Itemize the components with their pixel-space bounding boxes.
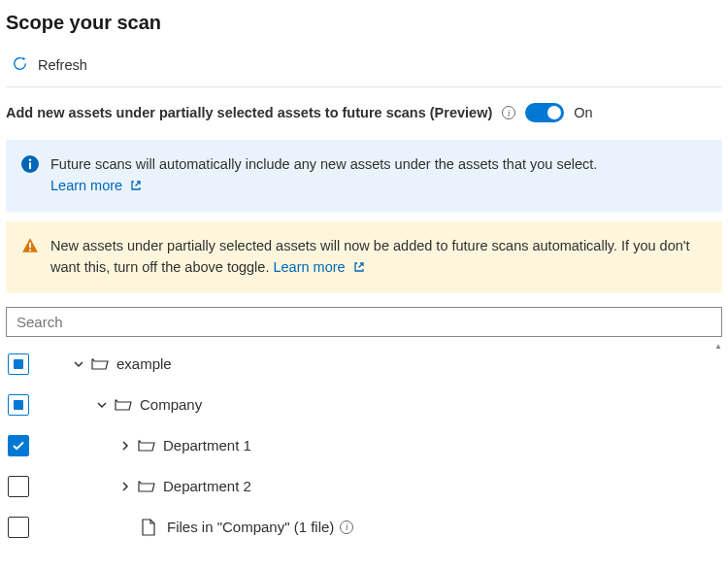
tree-row-department-2[interactable]: Department 2: [6, 466, 722, 507]
folder-icon: [138, 480, 157, 493]
tree-row-department-1[interactable]: Department 1: [6, 425, 722, 466]
page-title: Scope your scan: [6, 12, 722, 34]
info-icon[interactable]: i: [502, 106, 515, 119]
svg-point-2: [29, 158, 31, 160]
external-link-icon: [353, 257, 365, 279]
warning-banner-text: New assets under partially selected asse…: [50, 238, 690, 275]
toggle-label: Add new assets under partially selected …: [6, 105, 492, 120]
refresh-button[interactable]: Refresh: [6, 51, 93, 79]
folder-icon: [115, 398, 134, 412]
external-link-icon: [130, 176, 142, 197]
tree-row-files[interactable]: Files in "Company" (1 file) i: [6, 507, 722, 548]
svg-rect-1: [29, 162, 31, 169]
search-input[interactable]: [6, 307, 722, 337]
tree-label: Department 2: [163, 478, 251, 494]
scrollbar[interactable]: [714, 344, 722, 548]
svg-point-4: [29, 249, 31, 251]
tree-label: Department 1: [163, 437, 251, 453]
checkbox-partial[interactable]: [8, 353, 29, 375]
checkbox-checked[interactable]: [8, 435, 29, 456]
info-learn-more-link[interactable]: Learn more: [50, 178, 142, 193]
warning-learn-more-link[interactable]: Learn more: [273, 259, 364, 275]
toggle-state: On: [574, 105, 592, 120]
checkbox-unchecked[interactable]: [8, 517, 29, 538]
chevron-right-icon[interactable]: [116, 481, 134, 492]
refresh-icon: [12, 55, 28, 75]
asset-tree: example Company: [6, 343, 722, 548]
refresh-label: Refresh: [38, 57, 87, 73]
warning-banner: New assets under partially selected asse…: [6, 221, 722, 293]
folder-icon: [91, 357, 111, 371]
file-icon: [142, 519, 161, 536]
info-circle-icon: [21, 155, 39, 179]
warning-triangle-icon: [21, 237, 39, 260]
info-banner-text: Future scans will automatically include …: [50, 156, 597, 172]
tree-label: Files in "Company" (1 file): [167, 519, 334, 535]
checkbox-partial[interactable]: [8, 394, 29, 416]
info-icon[interactable]: i: [340, 521, 353, 534]
info-banner: Future scans will automatically include …: [6, 140, 722, 212]
chevron-down-icon[interactable]: [93, 399, 111, 411]
chevron-right-icon[interactable]: [116, 440, 134, 452]
tree-row-company[interactable]: Company: [6, 385, 722, 425]
svg-rect-3: [29, 243, 31, 249]
tree-label: example: [116, 355, 172, 372]
divider: [6, 86, 722, 87]
tree-row-example[interactable]: example: [6, 344, 722, 385]
auto-include-toggle[interactable]: [525, 103, 564, 122]
checkbox-unchecked[interactable]: [8, 476, 29, 497]
folder-icon: [138, 439, 157, 453]
chevron-down-icon[interactable]: [70, 358, 87, 370]
tree-label: Company: [140, 396, 202, 413]
